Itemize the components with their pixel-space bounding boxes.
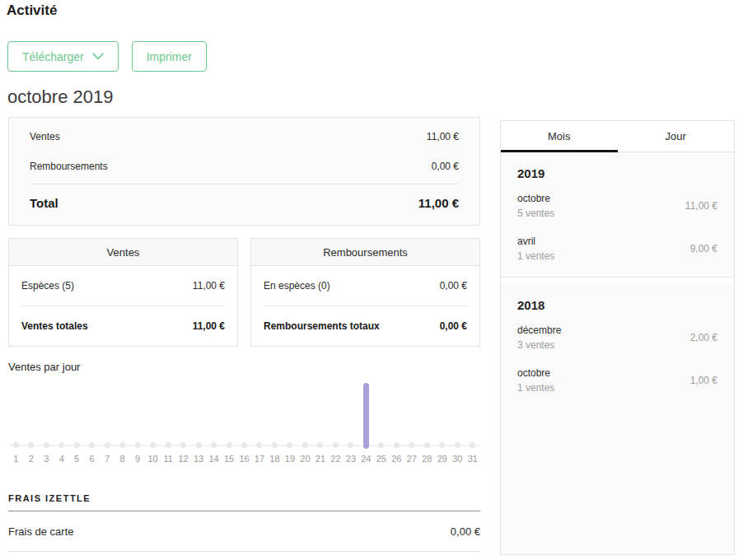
day-axis-label: 17 bbox=[252, 454, 267, 464]
zero-sales-dot bbox=[348, 442, 353, 448]
chart-day-28[interactable] bbox=[419, 375, 434, 449]
chart-day-25[interactable] bbox=[374, 375, 389, 449]
zero-sales-dot bbox=[272, 442, 278, 448]
chart-day-20[interactable] bbox=[297, 375, 312, 449]
chart-day-17[interactable] bbox=[252, 375, 267, 449]
month-amount: 9,00 € bbox=[690, 243, 717, 254]
zero-sales-dot bbox=[135, 442, 141, 448]
zero-sales-dot bbox=[241, 442, 247, 448]
chart-day-24[interactable] bbox=[358, 375, 373, 449]
fees-section: FRAIS IZETTLE Frais de carte 0,00 € bbox=[8, 493, 480, 552]
sales-card: Ventes Espèces (5) 11,00 € Ventes totale… bbox=[8, 238, 238, 347]
chart-title: Ventes par jour bbox=[8, 361, 480, 373]
day-axis-label: 6 bbox=[84, 454, 99, 464]
summary-row-label: Ventes bbox=[30, 131, 60, 142]
summary-row-value: 11,00 € bbox=[427, 131, 459, 142]
summary-row-remboursements: Remboursements 0,00 € bbox=[30, 152, 459, 181]
chart-day-12[interactable] bbox=[175, 375, 190, 449]
day-axis-label: 1 bbox=[8, 454, 23, 464]
zero-sales-dot bbox=[166, 442, 171, 448]
month-info: octobre 1 ventes bbox=[517, 367, 554, 394]
month-name: octobre bbox=[517, 367, 554, 379]
chart-day-5[interactable] bbox=[69, 375, 84, 449]
chart-day-13[interactable] bbox=[191, 375, 206, 449]
chart-day-10[interactable] bbox=[145, 375, 160, 449]
chart-labels: 1234567891011121314151617181920212223242… bbox=[8, 454, 480, 464]
chart-day-14[interactable] bbox=[206, 375, 221, 449]
month-name: avril bbox=[517, 236, 554, 247]
chart-day-26[interactable] bbox=[389, 375, 404, 449]
day-axis-label: 30 bbox=[450, 454, 465, 464]
tab-mois[interactable]: Mois bbox=[501, 121, 618, 152]
day-axis-label: 4 bbox=[54, 454, 68, 464]
day-axis-label: 19 bbox=[283, 454, 297, 464]
zero-sales-dot bbox=[302, 442, 308, 448]
chart-day-6[interactable] bbox=[84, 375, 99, 449]
chart-day-3[interactable] bbox=[39, 375, 54, 449]
zero-sales-dot bbox=[74, 442, 80, 448]
month-sales-count: 1 ventes bbox=[517, 250, 554, 262]
day-axis-label: 7 bbox=[100, 454, 114, 464]
chart-day-31[interactable] bbox=[465, 375, 480, 449]
year-heading: 2018 bbox=[517, 284, 717, 316]
chart-day-23[interactable] bbox=[343, 375, 358, 449]
refunds-total-row: Remboursements totaux 0,00 € bbox=[264, 306, 467, 346]
zero-sales-dot bbox=[211, 442, 217, 448]
chart-day-4[interactable] bbox=[54, 375, 68, 449]
chart-day-21[interactable] bbox=[313, 375, 328, 449]
chart-day-1[interactable] bbox=[8, 375, 23, 449]
chart-day-19[interactable] bbox=[283, 375, 297, 449]
zero-sales-dot bbox=[409, 442, 414, 448]
print-button-label: Imprimer bbox=[147, 50, 192, 63]
zero-sales-dot bbox=[394, 442, 400, 448]
day-axis-label: 5 bbox=[69, 454, 84, 464]
day-axis-label: 21 bbox=[313, 454, 328, 464]
day-axis-label: 8 bbox=[114, 454, 129, 464]
chart-day-2[interactable] bbox=[23, 375, 38, 449]
summary-total-value: 11,00 € bbox=[418, 196, 459, 210]
download-button-label: Télécharger bbox=[22, 50, 84, 63]
day-axis-label: 27 bbox=[404, 454, 419, 464]
refunds-card-body: En espèces (0) 0,00 € Remboursements tot… bbox=[251, 266, 479, 346]
month-sales-count: 3 ventes bbox=[517, 339, 561, 351]
zero-sales-dot bbox=[256, 442, 262, 448]
chart-day-9[interactable] bbox=[130, 375, 145, 449]
chart-day-29[interactable] bbox=[435, 375, 450, 449]
tab-jour[interactable]: Jour bbox=[618, 121, 735, 152]
chart-day-7[interactable] bbox=[100, 375, 114, 449]
month-row-octobre-2018[interactable]: octobre 1 ventes 1,00 € bbox=[517, 359, 717, 402]
summary-card: Ventes 11,00 € Remboursements 0,00 € Tot… bbox=[8, 117, 480, 226]
month-info: octobre 5 ventes bbox=[517, 193, 554, 219]
day-axis-label: 29 bbox=[435, 454, 450, 464]
month-row-avril-2019[interactable]: avril 1 ventes 9,00 € bbox=[517, 227, 717, 270]
month-info: décembre 3 ventes bbox=[517, 324, 561, 351]
chart-day-16[interactable] bbox=[236, 375, 251, 449]
chart-day-8[interactable] bbox=[114, 375, 129, 449]
zero-sales-dot bbox=[455, 442, 460, 448]
chart-day-27[interactable] bbox=[404, 375, 419, 449]
print-button[interactable]: Imprimer bbox=[132, 41, 207, 72]
chart-day-30[interactable] bbox=[450, 375, 465, 449]
chart-day-15[interactable] bbox=[222, 375, 236, 449]
day-axis-label: 12 bbox=[175, 454, 190, 464]
day-axis-label: 2 bbox=[23, 454, 38, 464]
sales-card-body: Espèces (5) 11,00 € Ventes totales 11,00… bbox=[9, 266, 237, 346]
row-value: 11,00 € bbox=[193, 320, 225, 332]
toolbar: Télécharger Imprimer bbox=[7, 41, 207, 72]
page-title: Activité bbox=[7, 2, 57, 19]
chart-day-22[interactable] bbox=[328, 375, 343, 449]
month-row-octobre-2019[interactable]: octobre 5 ventes 11,00 € bbox=[517, 184, 717, 227]
sales-cash-row: Espèces (5) 11,00 € bbox=[21, 266, 225, 306]
year-section-2019: 2019 octobre 5 ventes 11,00 € avril 1 ve… bbox=[501, 152, 734, 278]
breakdown-cards: Ventes Espèces (5) 11,00 € Ventes totale… bbox=[8, 238, 480, 347]
download-button[interactable]: Télécharger bbox=[7, 41, 119, 72]
chart-day-18[interactable] bbox=[267, 375, 282, 449]
sales-bar-day-24[interactable] bbox=[363, 383, 369, 449]
section-gap bbox=[501, 278, 734, 284]
chevron-down-icon bbox=[92, 53, 104, 60]
chart-day-11[interactable] bbox=[161, 375, 175, 449]
sales-card-title: Ventes bbox=[9, 239, 237, 266]
month-row-decembre-2018[interactable]: décembre 3 ventes 2,00 € bbox=[517, 316, 717, 359]
day-axis-label: 14 bbox=[206, 454, 221, 464]
zero-sales-dot bbox=[13, 442, 19, 448]
